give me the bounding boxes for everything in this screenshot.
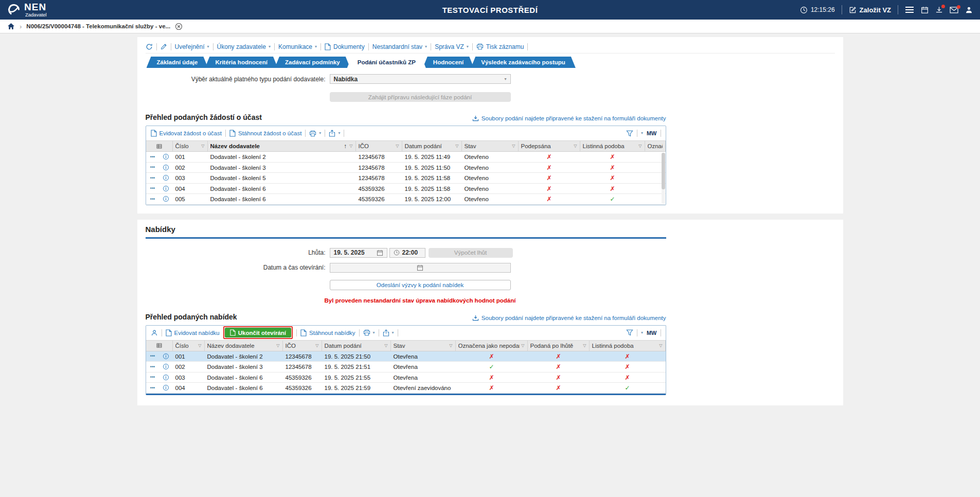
requests-download-link[interactable]: Soubory podání najdete připravené ke sta… [472, 115, 666, 121]
filter-caret-icon[interactable]: ▽ [574, 141, 577, 151]
history-icon[interactable] [146, 43, 153, 50]
table-row[interactable]: •••004Dodavatel - školení 64535932619. 5… [146, 184, 666, 194]
column-header-cislo[interactable]: Číslo▽ [173, 141, 208, 151]
calendar-icon[interactable] [377, 250, 383, 256]
mw-view-label[interactable]: MW [647, 130, 657, 136]
filter-caret-icon[interactable]: ▽ [315, 341, 318, 351]
row-menu-button[interactable]: ••• [146, 152, 159, 162]
offers-download-link[interactable]: Soubory podání najdete připravené ke sta… [472, 315, 666, 321]
opening-person-button[interactable] [151, 329, 158, 336]
row-info-icon[interactable] [159, 372, 173, 383]
deadline-time-input[interactable]: 22:00 [389, 248, 425, 258]
menu-komunikace[interactable]: Komunikace▾ [278, 43, 317, 50]
column-header-listinna_podoba[interactable]: Listinná podoba▽ [580, 141, 645, 151]
tab-vysledek-zadavaciho-postupu[interactable]: Výsledek zadávacího postupu [471, 57, 576, 68]
filter-button[interactable] [626, 130, 633, 137]
filter-caret-icon[interactable]: ▽ [198, 341, 201, 351]
column-header-nazev_dodavatele[interactable]: Název dodavatele↑▽ [208, 141, 356, 151]
user-icon[interactable] [965, 6, 973, 14]
send-call-for-offers-button[interactable]: Odeslání výzvy k podání nabídek [330, 280, 511, 290]
export-table-button[interactable]: ▾ [383, 329, 394, 336]
column-header-datum_podani[interactable]: Datum podání▽ [322, 341, 391, 351]
select-rows-icon[interactable] [146, 141, 173, 151]
menu-sprava-vz[interactable]: Správa VZ▾ [435, 43, 469, 50]
menu-tisk-zaznamu[interactable]: Tisk záznamu [476, 43, 524, 50]
menu-ukony-zadavatele[interactable]: Úkony zadavatele▾ [217, 43, 271, 50]
calendar-icon[interactable] [417, 264, 423, 271]
table-row[interactable]: •••003Dodavatel - školení 51234567819. 5… [146, 173, 666, 184]
tab-kriteria-hodnoceni[interactable]: Kritéria hodnocení [205, 57, 278, 68]
table-row[interactable]: •••001Dodavatel - školení 21234567819. 5… [146, 351, 666, 362]
filing-type-select[interactable]: Nabídka ▾ [330, 74, 511, 84]
download-offers-button[interactable]: Stáhnout nabídky [300, 329, 355, 336]
filter-caret-icon[interactable]: ▽ [512, 141, 515, 151]
menu-nestandardni-stav[interactable]: Nestandardní stav▾ [372, 43, 427, 50]
filter-button[interactable] [626, 329, 633, 336]
row-menu-button[interactable]: ••• [146, 383, 159, 393]
table-row[interactable]: •••004Dodavatel - školení 64535932619. 5… [146, 383, 666, 394]
column-header-oznacena_jako_nepodana[interactable]: Označena jako nepodaná▽ [456, 341, 528, 351]
filter-caret-icon[interactable]: ▽ [201, 141, 204, 151]
nen-logo-icon[interactable] [7, 3, 21, 16]
finish-opening-button[interactable]: Ukončit otevírání [225, 328, 291, 338]
filter-caret-icon[interactable]: ▽ [349, 141, 352, 151]
export-table-button[interactable]: ▾ [329, 130, 340, 137]
row-info-icon[interactable] [159, 362, 173, 372]
table-scrollbar[interactable] [662, 153, 665, 204]
table-row[interactable]: •••005Dodavatel - školení 64535932619. 5… [146, 194, 666, 205]
filter-caret-icon[interactable]: ▽ [449, 341, 452, 351]
column-header-stav[interactable]: Stav▽ [462, 141, 519, 151]
column-header-listinna_podoba[interactable]: Listinná podoba▽ [590, 341, 666, 351]
home-icon[interactable] [7, 23, 15, 30]
filter-caret-icon[interactable]: ▽ [521, 341, 524, 351]
tab-zakladni-udaje[interactable]: Základní údaje [147, 57, 208, 68]
print-table-button[interactable]: ▾ [309, 130, 321, 137]
row-menu-button[interactable]: ••• [146, 163, 159, 173]
tab-podani-ucastniku-zp[interactable]: Podání účastníků ZP [347, 57, 426, 68]
messages-icon[interactable] [950, 7, 958, 13]
table-row[interactable]: •••002Dodavatel - školení 31234567819. 5… [146, 362, 666, 372]
edit-icon[interactable] [161, 43, 167, 50]
create-vz-button[interactable]: Založit VZ [849, 6, 891, 14]
row-info-icon[interactable] [159, 194, 173, 204]
column-header-datum_podani[interactable]: Datum podání▽ [402, 141, 462, 151]
table-row[interactable]: •••003Dodavatel - školení 64535932619. 5… [146, 372, 666, 383]
column-header-oznacena[interactable]: Označ [645, 141, 666, 151]
calc-deadlines-button[interactable]: Výpočet lhůt [429, 248, 513, 258]
filter-caret-icon[interactable]: ▽ [396, 141, 399, 151]
filter-caret-icon[interactable]: ▽ [583, 341, 586, 351]
tab-zadavaci-podminky[interactable]: Zadávací podmínky [275, 57, 350, 68]
column-header-ico[interactable]: IČO▽ [356, 141, 402, 151]
close-record-icon[interactable] [175, 23, 183, 30]
tab-hodnoceni[interactable]: Hodnocení [423, 57, 474, 68]
register-request-button[interactable]: Evidovat žádost o účast [151, 130, 222, 137]
mw-view-label[interactable]: MW [647, 330, 657, 336]
table-scrollbar-thumb[interactable] [662, 153, 665, 189]
table-row[interactable]: •••002Dodavatel - školení 31234567819. 5… [146, 163, 666, 173]
row-menu-button[interactable]: ••• [146, 372, 159, 383]
calendar-icon[interactable] [921, 6, 929, 14]
deadline-date-input[interactable]: 19. 5. 2025 [330, 248, 387, 258]
row-menu-button[interactable]: ••• [146, 194, 159, 204]
row-menu-button[interactable]: ••• [146, 173, 159, 183]
menu-dokumenty[interactable]: Dokumenty [325, 43, 365, 50]
column-header-nazev_dodavatele[interactable]: Název dodavatele▽ [205, 341, 283, 351]
menu-uverejneni[interactable]: Uveřejnění▾ [175, 43, 209, 50]
row-menu-button[interactable]: ••• [146, 184, 159, 194]
column-header-podana_po_lhute[interactable]: Podaná po lhůtě▽ [528, 341, 590, 351]
column-header-ico[interactable]: IČO▽ [283, 341, 322, 351]
filter-caret-icon[interactable]: ▽ [276, 341, 279, 351]
filter-caret-icon[interactable]: ▽ [455, 141, 458, 151]
filter-caret-icon[interactable]: ▽ [659, 341, 662, 351]
row-menu-button[interactable]: ••• [146, 351, 159, 362]
row-menu-button[interactable]: ••• [146, 362, 159, 372]
row-info-icon[interactable] [159, 351, 173, 362]
select-rows-icon[interactable] [146, 341, 173, 351]
breadcrumb-record-link[interactable]: N006/25/V00004748 - Telekomunikační služ… [26, 23, 170, 29]
print-table-button[interactable]: ▾ [363, 329, 375, 336]
row-info-icon[interactable] [159, 152, 173, 162]
menu-icon[interactable] [905, 6, 914, 13]
column-header-stav[interactable]: Stav▽ [391, 341, 456, 351]
filter-caret-icon[interactable]: ▽ [384, 341, 387, 351]
download-request-button[interactable]: Stáhnout žádost o účast [229, 130, 301, 137]
